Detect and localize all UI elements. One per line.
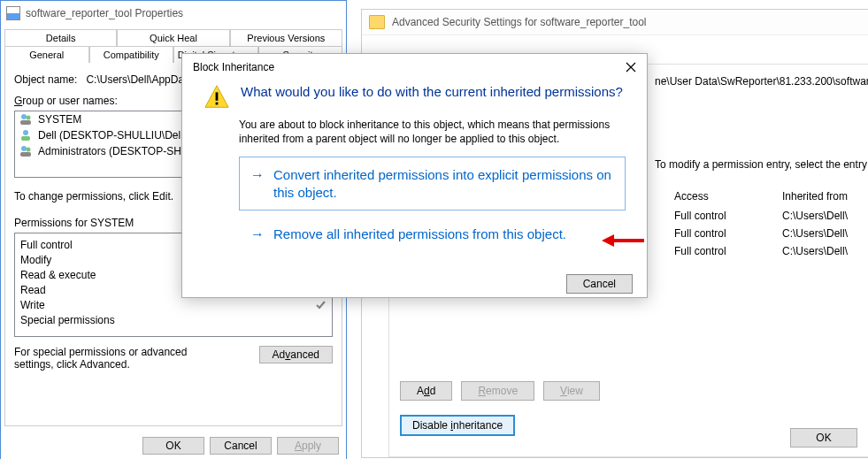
remove-button: Remove bbox=[461, 381, 534, 401]
svg-point-1 bbox=[27, 116, 31, 120]
svg-marker-11 bbox=[602, 234, 614, 247]
tab-details[interactable]: Details bbox=[4, 29, 117, 46]
svg-rect-2 bbox=[20, 120, 31, 125]
col-access: Access bbox=[667, 187, 773, 206]
annotation-arrow-icon bbox=[602, 232, 646, 249]
svg-point-3 bbox=[23, 130, 28, 135]
disable-inheritance-button[interactable]: Disable inheritance bbox=[400, 415, 515, 436]
col-inherited: Inherited from bbox=[775, 187, 866, 206]
arrow-right-icon: → bbox=[250, 227, 265, 241]
user-dell: Dell (DESKTOP-SHULLIU\Dell) bbox=[38, 129, 187, 142]
svg-point-5 bbox=[21, 146, 27, 151]
view-button: View bbox=[543, 381, 600, 401]
folder-icon bbox=[369, 15, 385, 29]
window-title: software_reporter_tool Properties bbox=[26, 7, 183, 19]
tab-previous-versions[interactable]: Previous Versions bbox=[230, 29, 342, 46]
option-convert[interactable]: → Convert inherited permissions into exp… bbox=[239, 157, 626, 210]
app-icon bbox=[6, 6, 20, 20]
tab-row-upper: Details Quick Heal Previous Versions bbox=[4, 29, 342, 46]
dialog-question: What would you like to do with the curre… bbox=[241, 84, 623, 99]
advanced-button[interactable]: Advanced bbox=[259, 346, 333, 363]
block-inheritance-dialog: Block Inheritance What would you like to… bbox=[181, 53, 648, 298]
advanced-hint: For special permissions or advanced sett… bbox=[14, 346, 218, 371]
tab-general[interactable]: General bbox=[4, 46, 89, 63]
arrow-right-icon: → bbox=[250, 168, 265, 182]
advanced-titlebar[interactable]: Advanced Security Settings for software_… bbox=[362, 10, 868, 35]
dialog-title: Block Inheritance bbox=[193, 61, 274, 73]
apply-button: Apply bbox=[277, 437, 339, 455]
add-button[interactable]: Add bbox=[400, 381, 452, 401]
object-name-label: Object name: bbox=[14, 73, 77, 86]
users-icon bbox=[19, 112, 33, 126]
cancel-button[interactable]: Cancel bbox=[210, 437, 272, 455]
warning-icon bbox=[204, 84, 230, 111]
table-row: Special permissions bbox=[20, 312, 326, 327]
properties-titlebar[interactable]: software_reporter_tool Properties bbox=[1, 1, 346, 26]
svg-point-6 bbox=[27, 148, 31, 152]
users-icon bbox=[19, 144, 33, 158]
advanced-ok-button[interactable]: OK bbox=[790, 428, 857, 448]
option-remove[interactable]: → Remove all inherited permissions from … bbox=[239, 216, 626, 253]
advanced-window-title: Advanced Security Settings for software_… bbox=[392, 16, 646, 28]
svg-rect-9 bbox=[216, 103, 219, 105]
user-system: SYSTEM bbox=[38, 113, 81, 126]
close-icon[interactable] bbox=[626, 62, 636, 73]
dialog-description: You are about to block inheritance to th… bbox=[239, 118, 626, 146]
dialog-cancel-button[interactable]: Cancel bbox=[566, 274, 633, 294]
user-admins: Administrators (DESKTOP-SHULL bbox=[38, 145, 201, 157]
tab-quickheal[interactable]: Quick Heal bbox=[117, 29, 229, 46]
svg-rect-8 bbox=[216, 92, 219, 100]
edit-hint: To change permissions, click Edit. bbox=[14, 190, 173, 203]
svg-rect-4 bbox=[21, 136, 30, 141]
tab-compatibility[interactable]: Compatibility bbox=[89, 46, 174, 63]
ok-button[interactable]: OK bbox=[142, 437, 204, 455]
object-name-value: C:\Users\Dell\AppData bbox=[86, 73, 193, 86]
user-icon bbox=[19, 128, 33, 142]
table-row: Write bbox=[20, 297, 326, 312]
svg-point-0 bbox=[21, 114, 27, 119]
option-remove-text: Remove all inherited permissions from th… bbox=[273, 226, 566, 243]
check-icon bbox=[315, 299, 326, 310]
option-convert-text: Convert inherited permissions into expli… bbox=[273, 166, 614, 201]
svg-rect-7 bbox=[20, 152, 31, 157]
